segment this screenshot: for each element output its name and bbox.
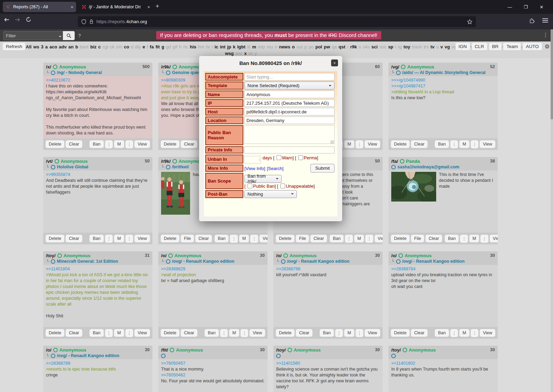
window-minimize-button[interactable]: — [502,4,518,10]
filter-help[interactable]: ? [78,33,81,38]
kebab-menu-button[interactable]: ⋮ [480,235,488,243]
board-link-news[interactable]: news [279,44,290,49]
public-ban-reason-textarea[interactable] [244,125,335,144]
kebab-menu-button[interactable]: ⋮ [450,329,458,337]
menu-hamburger-icon[interactable] [542,17,548,24]
board-link-m[interactable]: m [252,44,256,49]
overflow-menu-icon[interactable]: ⋮ [543,32,548,38]
board-link-n[interactable]: n [275,44,277,49]
report-select-circle-icon[interactable] [57,253,62,258]
filter-search-button[interactable] [63,31,75,40]
board-link-fit[interactable]: fit [156,44,160,49]
delete-button[interactable]: Delete [276,329,294,337]
post-quotelink[interactable]: >>11401560 [276,361,380,366]
clear-button[interactable]: Clear [66,140,82,148]
thread-select-circle-icon[interactable] [281,259,285,264]
post-quotelink[interactable]: >>>/g/104974990 [391,77,495,83]
refresh-button[interactable]: Refresh [3,43,25,50]
tab-reports[interactable]: Reports (267) - All × [3,2,76,12]
post-quotelink[interactable]: >>76050457 [161,361,265,366]
board-link-sp[interactable]: sp [388,44,393,49]
post-quotelink[interactable]: >>28368798 [276,266,380,272]
forward-icon[interactable] [15,17,21,22]
ban-button[interactable]: Ban [90,329,103,337]
board-link-h[interactable]: h [179,44,181,49]
board-link-ck[interactable]: ck [110,44,114,49]
board-link-3[interactable]: 3 [41,44,43,49]
submit-button[interactable]: Submit [310,164,335,172]
m-button[interactable]: M [459,329,469,337]
page-scrollbar-thumb[interactable] [551,29,553,119]
thread-select-circle-icon[interactable] [391,354,396,358]
m-button[interactable]: M [344,329,354,337]
view-button[interactable]: View [134,235,150,242]
board-link-biz[interactable]: biz [90,44,96,49]
report-select-circle-icon[interactable] [53,65,57,69]
view-info-link[interactable]: [View Info] [244,166,265,171]
m-button[interactable]: M [469,235,479,242]
clear-button[interactable]: Clear [66,235,82,242]
kebab-menu-button[interactable]: ⋮ [105,140,113,148]
board-link-gd[interactable]: gd [166,44,171,49]
thread-select-circle-icon[interactable] [391,165,396,169]
thread-subject[interactable]: /ovg/ - Renault Kangoo edition [57,353,120,358]
board-link-mu[interactable]: mu [267,44,273,49]
view-button[interactable]: View [480,329,495,337]
kebab-menu-button[interactable]: ⋮ [471,140,479,148]
post-quotelink[interactable]: >>28368789 [46,361,150,366]
back-icon[interactable] [3,17,10,22]
report-select-circle-icon[interactable] [403,348,407,352]
board-link-int[interactable]: int [220,44,225,49]
board-link-hc[interactable]: hc [184,44,188,49]
m-button[interactable]: M [354,235,364,242]
board-link-vg[interactable]: vg [444,44,450,49]
clear-button[interactable]: Clear [195,235,212,242]
br-button[interactable]: BR [489,43,502,50]
public-ban-checkbox[interactable] [247,184,252,188]
perma-checkbox[interactable] [298,155,303,160]
clear-button[interactable]: Clear [411,329,428,337]
clear-button[interactable]: Clear [181,329,197,337]
file-button[interactable]: File [411,235,424,242]
board-link-ic[interactable]: ic [215,44,218,49]
board-link-lit[interactable]: lit [247,44,250,49]
board-link-mlp[interactable]: mlp [258,44,265,49]
board-link-v[interactable]: v [440,44,443,49]
board-link-hm[interactable]: hm [198,44,204,49]
view-button[interactable]: View [365,329,380,337]
post-quotelink[interactable]: >>40210672 [46,77,150,83]
board-link-cm[interactable]: cm [116,44,122,49]
clear-button[interactable]: Clear [425,235,442,242]
board-link-p[interactable]: p [304,44,307,49]
thread-select-circle-icon[interactable] [166,259,170,264]
post-quotelink[interactable]: >>11401602 [391,361,495,366]
reload-icon[interactable] [26,17,31,22]
modal-close-button[interactable]: × [331,59,338,66]
board-link-co[interactable]: co [124,44,129,49]
window-restore-button[interactable]: ❐ [518,4,534,10]
ign-button[interactable]: IGN [456,43,470,50]
kebab-menu-button[interactable]: ⋮ [250,235,258,243]
kebab-menu-button[interactable]: ⋮ [125,140,133,148]
name-input[interactable] [244,91,335,98]
kebab-menu-button[interactable]: ⋮ [230,235,238,243]
board-link-trash[interactable]: trash [412,44,422,49]
board-link-d[interactable]: d [131,44,133,49]
board-link-k[interactable]: k [233,44,235,49]
board-link-o[interactable]: o [292,44,295,49]
view-button[interactable]: View [375,235,383,242]
location-input[interactable] [244,116,335,124]
post-thumbnail-soccer[interactable] [161,172,190,215]
board-link-tg[interactable]: tg [398,44,402,49]
settings-gear-icon[interactable]: ⚙ [545,43,550,50]
ban-button[interactable]: Ban [90,235,103,242]
thread-subject[interactable]: sasha1holodnaya@gmail.com [397,165,459,169]
thread-select-circle-icon[interactable] [51,165,55,169]
kebab-menu-button[interactable]: ⋮ [356,140,364,148]
kebab-menu-button[interactable]: ⋮ [220,329,228,337]
report-select-circle-icon[interactable] [288,348,292,352]
unappealable-checkbox[interactable] [280,184,285,188]
ban-button[interactable]: Ban [435,140,449,148]
tab-close-icon[interactable]: × [147,4,150,10]
board-link-xs[interactable]: xs [249,51,253,56]
